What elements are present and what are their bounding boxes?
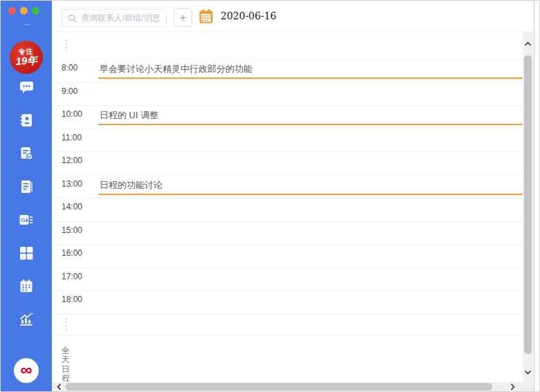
hour-row[interactable]: 10:00日程的 UI 调整	[52, 106, 523, 129]
hour-label: 11:00	[62, 133, 82, 142]
later-hours-indicator[interactable]	[52, 315, 523, 335]
sidebar-item-calendar[interactable]	[1, 270, 52, 303]
sidebar-item-notes[interactable]	[1, 170, 52, 203]
vertical-ellipsis-icon	[66, 39, 67, 51]
sidebar-item-contacts[interactable]	[1, 104, 52, 137]
window-controls	[8, 7, 39, 15]
topbar: + 2020-06-16	[52, 1, 534, 32]
all-day-section[interactable]: 全天日程	[52, 335, 523, 383]
minimize-window-button[interactable]	[20, 7, 28, 15]
sidebar-item-oa[interactable]: OA	[1, 203, 52, 236]
vertical-scrollbar-thumb[interactable]	[524, 55, 532, 354]
date-picker-calendar-icon[interactable]	[198, 8, 214, 24]
search-input[interactable]	[81, 13, 160, 23]
sidebar-nav: OA	[1, 71, 52, 336]
scroll-left-icon[interactable]	[54, 382, 64, 391]
schedule-event[interactable]: 日程的 UI 调整	[98, 110, 523, 125]
search-icon	[68, 14, 77, 23]
hour-label: 8:00	[62, 63, 77, 73]
horizontal-scrollbar-thumb[interactable]	[66, 383, 492, 391]
schedule-event[interactable]: 早会要讨论小天精灵中行政部分的功能	[98, 64, 523, 79]
infinity-icon: ∞	[20, 362, 32, 378]
hour-row[interactable]: 18:00	[52, 291, 523, 315]
hour-label: 18:00	[62, 295, 82, 304]
oa-icon-label: OA	[21, 217, 29, 223]
hour-row[interactable]: 14:00	[52, 198, 523, 222]
sidebar-item-apps[interactable]	[1, 236, 52, 270]
vertical-scrollbar[interactable]	[523, 32, 533, 382]
hour-label: 9:00	[62, 86, 77, 96]
hour-row[interactable]: 9:00	[52, 83, 523, 106]
earlier-hours-indicator[interactable]	[52, 32, 523, 59]
chat-icon	[18, 79, 35, 95]
notebook-icon	[18, 178, 35, 195]
vertical-ellipsis-icon	[66, 319, 67, 330]
search-box[interactable]	[62, 9, 167, 27]
hour-label: 13:00	[62, 179, 82, 189]
horizontal-scrollbar[interactable]	[52, 382, 534, 391]
task-icon	[18, 145, 35, 162]
hour-label: 12:00	[62, 156, 82, 165]
sidebar: → 专注 19年	[1, 1, 52, 391]
calendar-icon	[18, 278, 35, 295]
schedule-event[interactable]: 日程的功能讨论	[98, 180, 523, 195]
hour-label: 10:00	[62, 109, 82, 119]
sidebar-footer: ∞	[14, 358, 39, 383]
sidebar-item-stats[interactable]	[1, 303, 52, 336]
hour-row[interactable]: 16:00	[52, 245, 523, 268]
all-day-label: 全天日程	[62, 346, 71, 383]
sidebar-item-messages[interactable]	[1, 71, 52, 104]
current-date: 2020-06-16	[221, 10, 277, 21]
window-right-edge	[534, 1, 539, 391]
hour-label: 15:00	[62, 225, 82, 235]
sidebar-expand-arrow-icon[interactable]: →	[1, 18, 52, 28]
scroll-down-icon[interactable]	[523, 367, 533, 377]
chart-icon	[18, 311, 35, 328]
app-window: → 专注 19年	[0, 0, 540, 392]
hour-row[interactable]: 13:00日程的功能讨论	[52, 176, 523, 199]
add-button[interactable]: +	[174, 8, 192, 27]
scroll-right-icon[interactable]	[508, 382, 517, 391]
hour-row[interactable]: 17:00	[52, 268, 523, 292]
hour-label: 16:00	[62, 248, 82, 258]
hour-rows: 8:00早会要讨论小天精灵中行政部分的功能9:0010:00日程的 UI 调整1…	[52, 59, 523, 315]
grid-icon	[18, 245, 35, 261]
hour-row[interactable]: 11:00	[52, 129, 523, 153]
hour-label: 17:00	[62, 272, 82, 281]
contacts-icon	[18, 112, 35, 129]
maximize-window-button[interactable]	[32, 7, 39, 15]
avatar-text-bottom: 19年	[15, 55, 38, 67]
sidebar-item-tasks[interactable]	[1, 137, 52, 170]
hour-row[interactable]: 15:00	[52, 222, 523, 245]
scroll-up-icon[interactable]	[523, 39, 533, 48]
hour-row[interactable]: 12:00	[52, 152, 523, 176]
close-window-button[interactable]	[8, 7, 16, 15]
avatar[interactable]: 专注 19年	[8, 39, 44, 75]
brand-logo[interactable]: ∞	[14, 358, 39, 383]
hour-row[interactable]: 8:00早会要讨论小天精灵中行政部分的功能	[52, 59, 523, 83]
day-schedule: 8:00早会要讨论小天精灵中行政部分的功能9:0010:00日程的 UI 调整1…	[52, 32, 523, 382]
oa-icon: OA	[18, 212, 35, 228]
hour-label: 14:00	[62, 202, 82, 212]
